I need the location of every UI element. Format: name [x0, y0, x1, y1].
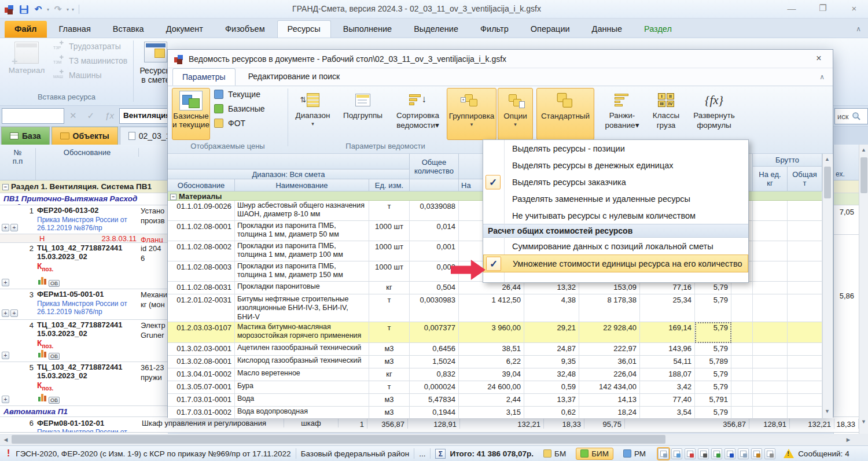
cell-brutto-unit[interactable] — [753, 261, 788, 282]
comment-row[interactable]: Автоматика П1 — [0, 406, 168, 417]
cell-value[interactable]: 6,22 — [459, 356, 524, 368]
collapse-ribbon-icon[interactable]: ∧ — [856, 25, 861, 33]
cell-code[interactable]: 01.1.02.08-0001 — [168, 221, 235, 241]
cell-value[interactable]: 25,34 — [640, 294, 695, 322]
table-row[interactable]: 2ТЦ_103_42_7718872441 15.03.2023_02Кпоз.… — [0, 243, 168, 289]
status-icon-green[interactable] — [711, 448, 722, 459]
cell-code[interactable]: 01.1.02.08-0002 — [168, 241, 235, 261]
cell-brutto-unit[interactable] — [753, 282, 788, 294]
menu-tab-dannye[interactable]: Данные — [582, 21, 632, 38]
expand-icon[interactable]: + — [2, 309, 9, 317]
menu-tab-vypolnenie[interactable]: Выполнение — [333, 21, 402, 38]
cell-value[interactable]: 5,79 — [695, 282, 731, 294]
klassy-gruza-button[interactable]: IIIIIIIVКлассы груза — [648, 88, 685, 140]
menu-tab-fajl[interactable]: Файл — [5, 21, 47, 38]
cell-unit[interactable]: м3 — [369, 407, 410, 418]
cell-name[interactable]: Масло веретенное — [235, 368, 369, 381]
razvernut-formuly-button[interactable]: {fx}Развернуть формулы — [687, 88, 741, 140]
scroll-thumb[interactable] — [824, 167, 831, 198]
section-row[interactable]: −Раздел 1. Вентиляция. Система ПВ1 — [0, 180, 168, 193]
status-icon-calc-blue[interactable] — [671, 448, 682, 459]
menu-tab-vydelenie[interactable]: Выделение — [404, 21, 468, 38]
opcii-button[interactable]: Опции▾ — [498, 88, 533, 140]
formula-value-field[interactable]: Вентиляция — [119, 108, 171, 124]
cell-value[interactable]: 3,42 — [640, 381, 695, 394]
menu-tab-glavnaya[interactable]: Главная — [49, 21, 101, 38]
menu-item-5[interactable]: Не учитывать ресурсы с нулевым количеств… — [483, 207, 748, 224]
status-icon-coins[interactable] — [751, 448, 762, 459]
dialog-collapse-icon[interactable]: ∧ — [819, 73, 825, 81]
cell-value[interactable]: 188,07 — [640, 368, 695, 381]
cell-name[interactable]: Ацетилен газообразный технический — [235, 343, 369, 356]
cell-value[interactable]: 13,32 — [524, 282, 579, 294]
expand-icon[interactable]: + — [2, 396, 9, 403]
cell-qty[interactable]: 0,6456 — [410, 343, 459, 356]
cell-value[interactable]: 29,21 — [524, 322, 579, 343]
cell-value[interactable]: 1 412,50 — [459, 294, 524, 322]
mode-chip-бим[interactable]: БИМ — [576, 448, 613, 460]
cell-qty[interactable]: 0,014 — [410, 221, 459, 241]
cell-value[interactable]: 38,51 — [459, 343, 524, 356]
cell-brutto-unit[interactable] — [753, 201, 788, 221]
horizontal-scrollbar[interactable]: ◄ ► — [0, 434, 868, 445]
expand-icon[interactable]: + — [10, 309, 18, 317]
cell-code[interactable]: 01.3.02.03-0001 — [168, 343, 235, 356]
dialog-close-icon[interactable]: × — [812, 53, 826, 65]
cell-value[interactable]: 5,79 — [695, 368, 731, 381]
ranzhirovanie-button[interactable]: Ранжи- рование▾ — [599, 88, 645, 140]
expand-icon[interactable]: + — [2, 224, 9, 231]
table-row[interactable]: 6ФЕРм08-01-102-01Приказ Минстроя России … — [0, 416, 859, 433]
cell-name[interactable]: Бура — [235, 381, 369, 394]
cell-value[interactable]: 169,14 — [640, 322, 695, 343]
cell-unit[interactable]: м3 — [369, 343, 410, 356]
cell-value[interactable]: 222,97 — [579, 343, 640, 356]
status-icon-calc[interactable] — [658, 448, 669, 459]
menu-tab-vstavka[interactable]: Вставка — [103, 21, 154, 38]
scroll-left-icon[interactable]: ◄ — [1, 435, 10, 444]
cell-brutto-total[interactable] — [788, 261, 822, 282]
cell-name[interactable]: Прокладки из паронита ПМБ, толщина 1 мм,… — [235, 241, 369, 261]
cell-name[interactable]: Прокладки из паронита ПМБ, толщина 1 мм,… — [235, 221, 369, 241]
menu-item-8[interactable]: Умножение стоимости единицы ресурса на е… — [483, 255, 748, 272]
cell-unit[interactable]: 1000 шт — [369, 261, 410, 282]
scroll-up-icon[interactable]: ▲ — [823, 155, 831, 164]
table-row[interactable]: 3ФЕРм11-05-001-01Приказ Минстроя России … — [0, 289, 168, 320]
collapse-icon[interactable]: − — [170, 194, 176, 200]
menu-item-4[interactable]: Разделять замененные и удаленные ресурсы — [483, 190, 748, 207]
table-row[interactable]: Н23.8.03.11Фланц — [0, 234, 168, 243]
cell-value[interactable]: 3 960,00 — [459, 322, 524, 343]
cell-unit[interactable]: т — [369, 294, 410, 322]
restore-button[interactable]: ❐ — [815, 2, 831, 14]
menu-tab-fizobem[interactable]: Физобъем — [215, 21, 275, 38]
cell-name[interactable]: Шнур асбестовый общего назначения ШАОН, … — [235, 201, 369, 221]
cell-brutto-unit[interactable] — [753, 241, 788, 261]
cell-brutto-unit[interactable] — [753, 381, 788, 394]
cell-value[interactable]: 13,37 — [524, 394, 579, 407]
menu-tab-operacii[interactable]: Операции — [521, 21, 580, 38]
cell-name[interactable]: Мастика битумно-масляная морозостойкая г… — [235, 322, 369, 343]
expand-icon[interactable]: + — [2, 352, 9, 359]
doc-tab-2[interactable]: Объекты — [52, 127, 118, 145]
horizontal-scroll-thumb[interactable] — [12, 435, 665, 444]
cell-value[interactable]: 24,87 — [524, 343, 579, 356]
cell-qty[interactable]: 0,007377 — [410, 322, 459, 343]
cell-code[interactable]: 01.2.03.03-0107 — [168, 322, 235, 343]
search-box-fragment[interactable]: иск — [834, 108, 868, 124]
dialog-vertical-scrollbar[interactable]: ▲▼ — [822, 154, 832, 418]
search-icon[interactable] — [852, 112, 861, 121]
cell-brutto-total[interactable] — [788, 294, 822, 322]
formula-input[interactable] — [2, 108, 64, 124]
cell-value[interactable]: 2,44 — [459, 394, 524, 407]
cell-value[interactable]: 14,13 — [579, 394, 640, 407]
menu-tab-razdel[interactable]: Раздел — [634, 21, 682, 38]
cell-value[interactable]: 142 434,00 — [579, 381, 640, 394]
podgruppy-button[interactable]: Подгруппы — [337, 88, 388, 140]
close-button[interactable]: × — [846, 2, 862, 14]
cell-value[interactable]: 9,35 — [524, 356, 579, 368]
cell-brutto-unit[interactable] — [753, 407, 788, 418]
cell-code[interactable]: 01.7.03.01-0001 — [168, 394, 235, 407]
cell-brutto-total[interactable] — [788, 241, 822, 261]
cell-value[interactable]: 77,16 — [640, 282, 695, 294]
cell-value[interactable]: 26,44 — [459, 282, 524, 294]
more-button[interactable]: ... — [419, 449, 425, 458]
